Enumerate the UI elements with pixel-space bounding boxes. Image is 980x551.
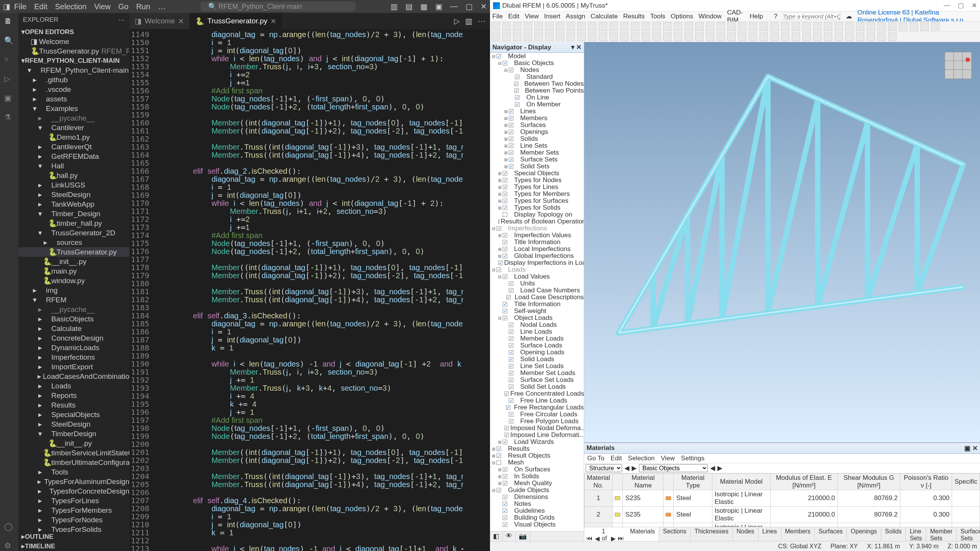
toolbar-button[interactable] [706, 22, 714, 31]
file-tree[interactable]: ▾RFEM_Python_Client-main▸.github▸.vscode… [18, 65, 129, 532]
nav-tab[interactable]: ◧ [490, 531, 503, 541]
toolbar-button[interactable] [684, 33, 693, 41]
rfem-toolbar-2[interactable] [490, 32, 980, 42]
close-icon[interactable]: ✕ [480, 2, 487, 11]
toolbar-button[interactable] [695, 33, 704, 41]
toolbar-button[interactable] [663, 22, 671, 31]
nav-tree-item[interactable]: ⊟✓Imperfections [490, 225, 584, 232]
nav-tab[interactable]: 👁 [503, 531, 516, 541]
toolbar-button[interactable] [749, 22, 757, 31]
folder-item[interactable]: ▸TypesForSolids [18, 525, 129, 532]
nav-tree-item[interactable]: ⊞✓Global Imperfections [490, 253, 584, 259]
nav-tab[interactable]: 📷 [516, 531, 530, 541]
toolbar-button[interactable] [770, 33, 779, 41]
vscode-menubar[interactable]: FileEditSelectionViewGoRun… [10, 2, 165, 11]
editor-tab[interactable]: 🐍TrussGenerator.py✕ [190, 13, 283, 29]
toolbar-button[interactable] [910, 22, 918, 31]
folder-item[interactable]: ▸Loads [18, 381, 129, 391]
nav-tree-item[interactable]: ⊟✓Object Loads [490, 315, 584, 321]
toolbar-button[interactable] [824, 33, 832, 41]
nav-tree-item[interactable]: ⊞✓Special Objects [490, 170, 584, 177]
folder-item[interactable]: ▸Results [18, 400, 129, 410]
nav-tree-item[interactable]: ✓Load Case Descriptions [490, 294, 584, 301]
nav-tree-item[interactable]: ✓On Member [490, 101, 584, 108]
folder-item[interactable]: ▸TypesForLines [18, 496, 129, 505]
toolbar-button[interactable] [802, 22, 811, 31]
folder-item[interactable]: ▸__pycache__ [18, 305, 129, 314]
toolbar-button[interactable] [706, 33, 714, 41]
folder-item[interactable]: ▸SpecialObjects [18, 410, 129, 419]
nav-tree-item[interactable]: ✓Building Grids [490, 514, 584, 521]
toolbar-button[interactable] [556, 33, 564, 41]
objects-select[interactable]: Basic Objects [639, 464, 708, 472]
nav-tree-item[interactable]: ✓Line Loads [490, 328, 584, 335]
folder-item[interactable]: ▸ConcreteDesign [18, 333, 129, 343]
toolbar-button[interactable] [899, 22, 907, 31]
folder-item[interactable]: ▸.vscode [18, 85, 129, 94]
rfem-viewport[interactable] [584, 42, 980, 442]
toolbar-button[interactable] [652, 33, 661, 41]
toolbar-button[interactable] [856, 33, 864, 41]
toolbar-button[interactable] [609, 33, 618, 41]
column-header[interactable] [663, 474, 674, 490]
toolbar-button[interactable] [749, 33, 757, 41]
file-item[interactable]: 🐍hall.py [18, 171, 129, 180]
nav-tree-item[interactable]: ✓Units [490, 280, 584, 287]
folder-item[interactable]: ▸Tools [18, 467, 129, 477]
layout-icon[interactable]: ▥ [390, 2, 398, 11]
toolbar-button[interactable] [577, 22, 586, 31]
keyword-search[interactable] [783, 13, 840, 20]
nav-tree-item[interactable]: ✓Title Information [490, 301, 584, 308]
folder-item[interactable]: ▸Imperfections [18, 352, 129, 362]
nav-tree-item[interactable]: ✓On Line [490, 94, 584, 101]
nav-tree-item[interactable]: ✓Opening Loads [490, 349, 584, 356]
files-icon[interactable]: 🗎 [4, 17, 14, 27]
layout-icon[interactable]: ▦ [420, 2, 428, 11]
nav-tree-item[interactable]: ✓Dimensions [490, 494, 584, 500]
toolbar-button[interactable] [727, 33, 736, 41]
nav-tree-item[interactable]: ⊟✓Basic Objects [490, 60, 584, 67]
toolbar-button[interactable] [556, 22, 564, 31]
extensions-icon[interactable]: ▣ [4, 93, 14, 103]
nav-tree-item[interactable]: ✓Surface Set Loads [490, 377, 584, 383]
folder-item[interactable]: ▸BasicObjects [18, 314, 129, 324]
column-header[interactable]: Modulus of Elast. E [N/mm²] [771, 474, 838, 490]
nav-tree-item[interactable]: ✓Line Set Loads [490, 363, 584, 370]
project-section[interactable]: ▾ RFEM_PYTHON_CLIENT-MAIN [18, 56, 129, 65]
nav-tree-item[interactable]: ✓Guidelines [490, 507, 584, 514]
column-header[interactable]: Poisson's Ratio ν [-] [900, 474, 952, 490]
toolbar-button[interactable] [792, 22, 800, 31]
nav-tree-item[interactable]: ✓Title Information [490, 239, 584, 246]
menu-item[interactable]: Edit [611, 455, 622, 462]
toolbar-button[interactable] [545, 22, 554, 31]
column-header[interactable]: Material Name [623, 474, 663, 490]
timeline-section[interactable]: ▸ TIMELINE [18, 541, 129, 551]
file-item[interactable]: 🐍timber_hall.py [18, 218, 129, 228]
nav-tree-item[interactable]: ✓Free Circular Loads [490, 411, 584, 418]
layout-icon[interactable]: ▣ [435, 2, 443, 11]
nav-tree-item[interactable]: ⊟✓Loads [490, 266, 584, 273]
column-header[interactable] [612, 474, 623, 490]
close-icon[interactable]: ✕ [178, 17, 184, 26]
nav-tree-item[interactable]: ✓Between Two Points [490, 87, 584, 94]
nav-tree-item[interactable]: ⊞✓Solids [490, 135, 584, 142]
folder-item[interactable]: ▾TimberDesign [18, 429, 129, 439]
toolbar-button[interactable] [877, 22, 886, 31]
folder-item[interactable]: ▸CantileverQt [18, 142, 129, 152]
menu-item[interactable]: File [492, 13, 503, 20]
toolbar-button[interactable] [652, 22, 661, 31]
nav-tree-item[interactable]: ⊞✓Surface Sets [490, 156, 584, 163]
file-item[interactable]: 🐍TrussGenerator.py [18, 247, 129, 257]
toolbar-button[interactable] [888, 22, 897, 31]
navigator-tree[interactable]: ⊟✓Model⊟✓Basic Objects⊟✓Nodes✓Standard✓B… [490, 53, 584, 531]
menu-item[interactable]: View [94, 2, 111, 11]
folder-item[interactable]: ▾RFEM [18, 295, 129, 305]
toolbar-button[interactable] [792, 33, 800, 41]
file-item[interactable]: 🐍__init__.py [18, 439, 129, 448]
toolbar-button[interactable] [867, 22, 875, 31]
account-icon[interactable]: ◯ [4, 522, 14, 532]
menu-item[interactable]: Go [118, 2, 129, 11]
toolbar-button[interactable] [738, 33, 746, 41]
column-header[interactable]: Material Model [712, 474, 770, 490]
toolbar-button[interactable] [577, 33, 586, 41]
